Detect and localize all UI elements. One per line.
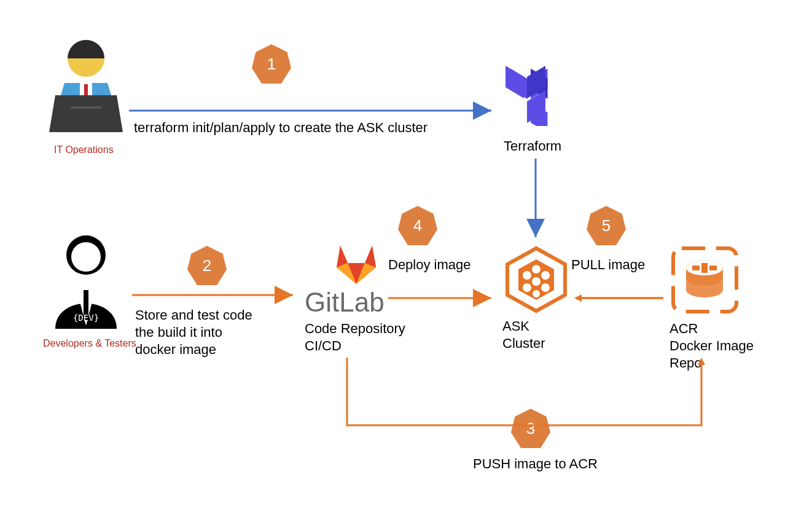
developers-label: Developers & Testers <box>43 338 136 349</box>
arrow-2 <box>132 289 301 301</box>
arrow-5 <box>574 292 666 304</box>
arrow-3 <box>344 358 719 438</box>
svg-marker-12 <box>506 66 524 98</box>
gitlab-sub2: CI/CD <box>305 338 342 354</box>
step-2-num: 2 <box>203 256 211 275</box>
step-4-num: 4 <box>413 216 422 235</box>
svg-point-30 <box>533 290 540 297</box>
terraform-icon-2 <box>502 58 570 135</box>
gitlab-name: GitLab <box>305 286 385 319</box>
terraform-label: Terraform <box>504 138 561 154</box>
it-ops-label: IT Operations <box>54 144 114 155</box>
step-4-badge: 4 <box>398 206 437 245</box>
svg-text:{DEV}: {DEV} <box>73 313 99 323</box>
arrow-4 <box>388 292 499 304</box>
svg-point-26 <box>541 271 550 280</box>
svg-point-25 <box>523 271 531 280</box>
step-2-badge: 2 <box>187 246 227 285</box>
step-1-badge: 1 <box>252 44 291 84</box>
svg-rect-3 <box>71 106 101 109</box>
svg-point-5 <box>71 242 101 272</box>
svg-point-27 <box>532 277 541 286</box>
arrow-1-label: terraform init/plan/apply to create the … <box>134 120 427 136</box>
ask-label-2: Cluster <box>502 336 545 352</box>
svg-point-28 <box>523 283 531 292</box>
arrow-3-label: PUSH image to ACR <box>473 456 598 472</box>
arrow-2-label-a: Store and test code <box>135 307 252 323</box>
gitlab-sub1: Code Repository <box>305 321 405 337</box>
ask-cluster-icon <box>502 246 570 316</box>
arrow-terraform-to-ask <box>529 159 542 245</box>
arrow-1 <box>129 104 498 117</box>
arrow-2-label-c: docker image <box>135 342 216 358</box>
step-5-num: 5 <box>602 216 611 235</box>
svg-point-24 <box>532 265 541 273</box>
gitlab-icon <box>332 240 381 288</box>
arrow-4-label: Deploy image <box>388 257 471 273</box>
ask-label-1: ASK <box>502 318 529 334</box>
developers-icon: {DEV} <box>43 227 129 334</box>
svg-point-29 <box>541 283 550 292</box>
it-ops-icon <box>43 34 129 141</box>
acr-label-1: ACR <box>670 321 698 337</box>
acr-icon <box>670 245 740 318</box>
acr-label-2: Docker Image <box>670 338 754 354</box>
arrow-5-label: PULL image <box>571 257 645 273</box>
arrow-2-label-b: the build it into <box>135 324 222 340</box>
step-1-num: 1 <box>267 55 276 74</box>
step-5-badge: 5 <box>587 206 626 245</box>
